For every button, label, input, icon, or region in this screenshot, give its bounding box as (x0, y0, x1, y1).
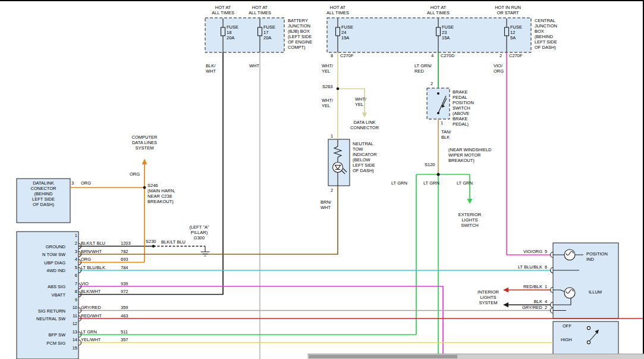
pin-label: 1 (331, 133, 333, 139)
fuse-23-label: FUSE 23 15A (442, 24, 454, 40)
wire-label-wht-yel-low: WHT/ YEL (322, 98, 333, 108)
ground-g300-label: (LEFT "A" PILLAR) G300 (183, 224, 215, 241)
function-label-neutral-sw: NEUTRAL SW (18, 316, 65, 321)
function-label-sig-return: SIG RETURN (18, 308, 65, 314)
row-circuit-label: 939 (121, 281, 128, 286)
splice-dots (143, 88, 440, 248)
function-label-pcm-sig: PCM SIG (18, 341, 65, 346)
pin-label: 11 (68, 313, 77, 319)
illum-label: ILLUM (589, 289, 602, 295)
fuse-12-label: FUSE 12 5A (510, 24, 522, 40)
wire-label-lt-grn: LT GRN (457, 180, 473, 186)
splice-label-s263: S263 (322, 84, 333, 89)
exterior-lights-switch-label: EXTERIOR LIGHTS SWITCH (452, 212, 488, 228)
pin-label: 2 (68, 241, 77, 246)
hot-label-fuse24: HOT AT ALL TIMES (320, 5, 356, 15)
connector-label: C270F (509, 53, 523, 58)
wire-label-wht-yel-branch: WHT/ YEL (355, 96, 366, 107)
pin-label: 6 (545, 264, 547, 270)
function-label-ground: GROUND (18, 244, 65, 249)
splice-s263-dot (337, 88, 340, 90)
wire-label-org: ORG (81, 180, 91, 186)
pin-label: 15 (68, 345, 77, 351)
datalink-connector-label: DATALINK CONECTOR (BEHIND LEFT SIDE OF D… (18, 180, 68, 207)
pin-label: 7 (68, 281, 77, 286)
top-border (0, 0, 644, 1)
cjb-box-label: CENTRAL JUNCTION BOX (BEHIND LEFT SIDE O… (535, 18, 557, 50)
wire-label-lt-grn: LT GRN (423, 180, 439, 186)
row-wire-label: BLK/LT BLU (81, 241, 105, 246)
scrollbar-thumb[interactable] (309, 355, 457, 358)
bjb-box-label: BATTERY JUNCTION (BJB) BOX (LEFT SIDE OF… (288, 18, 312, 50)
pin-label: 1 (68, 233, 77, 238)
pin-label: 6 (68, 273, 77, 278)
wire-label-blk-lt-blu: BLK/LT BLU (161, 239, 186, 245)
connector-label: C270F (340, 53, 354, 58)
wire-label-gry-red-right: GRY/RED (507, 305, 542, 310)
row-wire-label: GRY/RED (81, 305, 101, 310)
pin-label: 1 (441, 120, 443, 126)
switch-position-off-label: OFF (563, 323, 571, 329)
pin-label: 10 (68, 305, 77, 310)
row-circuit-label: 693 (121, 257, 128, 262)
row-circuit-label: 463 (121, 313, 128, 319)
wire-label-tan-blk: TAN/ BLK (441, 129, 451, 140)
function-label-n-tow-sw: N TOW SW (18, 252, 65, 257)
splice-s120-dot (437, 173, 440, 176)
wire-label-blk-wht: BLK/ WHT (206, 63, 216, 74)
switch-position-high-label: HIGH (561, 337, 572, 342)
wire-label-vio-org-right: VIO/ORG (507, 249, 542, 254)
row-wire-label: RED/WHT (81, 313, 102, 319)
row-circuit-label: 782 (121, 249, 128, 254)
neutral-tow-indicator-label: NEUTRAL TOW INDICATOR (BELOW LEFT SIDE O… (353, 141, 377, 173)
splice-label-s120: S120 (425, 162, 435, 167)
switch-terminal-high (587, 341, 590, 344)
horizontal-scrollbar[interactable] (307, 354, 644, 359)
row-circuit-label: 357 (121, 337, 128, 342)
central-junction-box (327, 18, 531, 52)
row-wire-label: LT BLU/BLK (81, 265, 105, 270)
row-circuit-label: 511 (121, 329, 128, 335)
splice-label-s230: S230 (146, 239, 156, 244)
computer-data-arrow-icon (142, 159, 147, 165)
brake-switch-label: BRAKE PEDAL POSITION SWITCH (ABOVE BRAKE… (453, 89, 474, 127)
right-connector-box (553, 243, 618, 319)
wire-brn-wht (78, 186, 338, 254)
pin-label: 2 (545, 305, 547, 310)
row-circuit-label: 784 (121, 265, 128, 270)
hot-label-fuse23: HOT AT ALL TIMES (420, 5, 456, 15)
data-link-arrow-icon (362, 113, 367, 118)
pin-label: 12 (68, 321, 77, 326)
pin-label: 8 (68, 289, 77, 294)
pin-label: 3 (71, 180, 74, 186)
row-wire-label: YEL/WHT (81, 337, 100, 342)
row-wire-label: ORG (81, 257, 91, 262)
wire-label-lt-blu-blk-right: LT BLU/BLK (507, 264, 542, 270)
wire-label-vio-org: VIO/ ORG (494, 63, 504, 74)
pin-label: 4 (68, 257, 77, 262)
switch-terminal-off (587, 326, 590, 329)
connector-label: C270D (441, 53, 454, 58)
splice-s246-dot (143, 186, 146, 189)
wire-label-brn-wht: BRN/ WHT (321, 199, 331, 210)
pin-label: 2 (431, 81, 433, 86)
function-label-bfp-sw: BFP SW (18, 332, 65, 338)
wire-label-wht: WHT (249, 63, 259, 68)
wire-vio-org (507, 52, 551, 255)
row-circuit-label: 359 (121, 305, 128, 310)
right-connector-pin-arcs (551, 252, 554, 314)
indicator-bulb-icon (333, 163, 343, 173)
hot-label-fuse18: HOT AT ALL TIMES (205, 5, 241, 15)
row-wire-label: BRN/WHT (81, 249, 102, 254)
fuse-18-label: FUSE 18 20A (227, 24, 238, 40)
function-label-vbatt: VBATT (18, 292, 65, 298)
illum-lamp-icon (564, 288, 575, 298)
wire-label-blk: BLK (507, 299, 542, 304)
pin-label: 4 (545, 299, 547, 304)
data-link-connector-label: DATA LINK CONNECTOR (343, 120, 387, 130)
row-circuit-label: 972 (121, 289, 128, 294)
exterior-lights-arrow-icon (467, 199, 473, 204)
pin-label: 2 (500, 53, 502, 58)
wire-label-lt-grn-red: LT GRN/ RED (414, 63, 432, 74)
position-ind-label: POSITION IND (586, 251, 608, 262)
